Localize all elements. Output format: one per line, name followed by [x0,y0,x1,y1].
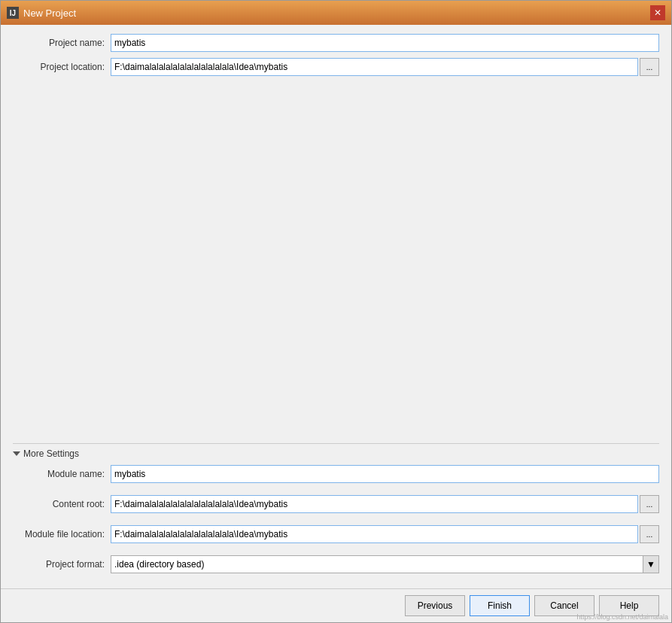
module-file-location-input[interactable] [111,525,638,543]
project-location-browse-button[interactable]: ... [640,58,659,76]
title-bar: IJ New Project ✕ [1,1,671,25]
footer: Previous Finish Cancel Help [1,588,671,622]
project-format-select[interactable]: .idea (directory based).ipr (file based) [111,555,659,573]
project-format-label: Project format: [13,559,111,570]
module-file-location-input-group: ... [111,525,659,543]
close-button[interactable]: ✕ [650,5,665,20]
content-area: Project name: Project location: ... More… [1,25,671,588]
app-icon: IJ [7,7,19,19]
module-name-label: Module name: [13,469,111,479]
project-name-label: Project name: [13,38,111,48]
module-file-location-label: Module file location: [13,529,111,539]
title-bar-left: IJ New Project [7,7,76,19]
module-file-location-row: Module file location: ... [13,525,659,543]
more-settings-header[interactable]: More Settings [13,448,659,459]
project-location-input[interactable] [111,58,638,76]
project-location-row: Project location: ... [13,58,659,76]
content-root-input[interactable] [111,495,638,513]
module-file-location-browse-button[interactable]: ... [640,525,659,543]
module-name-row: Module name: [13,465,659,483]
more-settings-section: More Settings Module name: Content root: [13,443,659,579]
project-location-input-group: ... [111,58,659,76]
new-project-dialog: IJ New Project ✕ Project name: Project l… [0,0,672,623]
module-name-input[interactable] [111,465,659,483]
project-format-select-group: .idea (directory based).ipr (file based)… [111,555,659,573]
expand-icon [13,451,20,456]
main-space [13,82,659,440]
dialog-title: New Project [23,8,76,19]
more-settings-label: More Settings [23,448,79,459]
content-root-input-group: ... [111,495,659,513]
watermark: https://blog.csdn.net/daimalala [576,613,668,621]
more-settings-form: Module name: Content root: ... [13,465,659,579]
project-format-row: Project format: .idea (directory based).… [13,555,659,573]
content-root-label: Content root: [13,499,111,509]
finish-button[interactable]: Finish [470,595,530,616]
previous-button[interactable]: Previous [405,595,465,616]
project-name-input[interactable] [111,34,659,52]
project-location-label: Project location: [13,62,111,72]
project-name-row: Project name: [13,34,659,52]
content-root-row: Content root: ... [13,495,659,513]
content-root-browse-button[interactable]: ... [640,495,659,513]
